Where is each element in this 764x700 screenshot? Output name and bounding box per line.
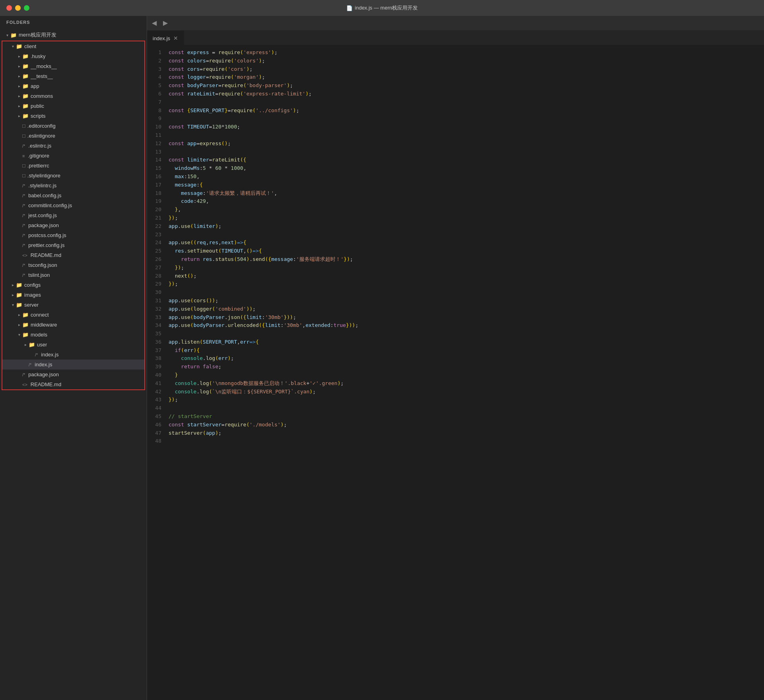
sidebar-item-server-index[interactable]: ▸ /* index.js: [2, 360, 144, 369]
sidebar-item-prettierconfig[interactable]: ▸ /* prettier.config.js: [2, 240, 144, 250]
sidebar-item-postcssconfig[interactable]: ▸ /* postcss.config.js: [2, 230, 144, 240]
sidebar-item-gitignore[interactable]: ▸ ≡ .gitignore: [2, 151, 144, 161]
sidebar-item-readme-client[interactable]: ▸ <> README.md: [2, 250, 144, 260]
file-prefix: /*: [22, 243, 25, 248]
sidebar-item-packagejson[interactable]: ▸ /* package.json: [2, 220, 144, 230]
sidebar-item-models-index[interactable]: ▸ /* index.js: [2, 350, 144, 360]
folder-label: images: [24, 292, 41, 298]
spacer: ▸: [16, 243, 22, 247]
chevron-right-icon: ▸: [16, 84, 22, 88]
chevron-right-icon: ▸: [10, 283, 16, 287]
main-layout: FOLDERS ▾ 📁 mern栈应用开发 ▾ 📁 client: [0, 16, 764, 700]
sidebar-item-stylelintrc[interactable]: ▸ /* .stylelintrc.js: [2, 181, 144, 191]
navigate-forward-button[interactable]: ▶: [161, 18, 170, 28]
chevron-right-icon: ▸: [16, 114, 22, 118]
chevron-down-icon: ▾: [4, 33, 10, 37]
highlighted-section: ▾ 📁 client ▸ 📁 .husky ▸ 📁 __mocks__: [2, 41, 145, 390]
spacer: ▸: [29, 352, 35, 357]
folder-label: __tests__: [31, 73, 53, 79]
sidebar-item-tslint[interactable]: ▸ /* tslint.json: [2, 270, 144, 280]
chevron-down-icon: ▾: [10, 44, 16, 49]
folder-icon: 📁: [10, 32, 17, 38]
sidebar-item-models[interactable]: ▾ 📁 models: [2, 330, 144, 340]
sidebar-item-connect[interactable]: ▸ 📁 connect: [2, 310, 144, 320]
tab-close-icon[interactable]: ✕: [173, 35, 178, 41]
file-icon: □: [22, 133, 25, 139]
folder-icon: 📁: [22, 312, 29, 318]
spacer: ▸: [16, 273, 22, 277]
navigate-back-button[interactable]: ◀: [149, 18, 159, 28]
folder-label: middleware: [31, 322, 57, 328]
minimize-button[interactable]: [15, 5, 21, 11]
file-label: .prettierrc: [27, 163, 49, 169]
sidebar-item-babelconfig[interactable]: ▸ /* babel.config.js: [2, 191, 144, 200]
file-icon: □: [22, 163, 25, 169]
sidebar-item-middleware[interactable]: ▸ 📁 middleware: [2, 320, 144, 330]
spacer: ▸: [16, 213, 22, 218]
sidebar-item-tsconfigjson[interactable]: ▸ /* tsconfig.json: [2, 260, 144, 270]
file-label: tslint.json: [28, 272, 50, 278]
file-icon: 📄: [346, 5, 353, 11]
spacer: ▸: [16, 144, 22, 148]
folder-icon: 📁: [16, 282, 22, 288]
folder-label: models: [31, 332, 47, 338]
chevron-down-icon: ▾: [10, 303, 16, 307]
spacer: ▸: [16, 124, 22, 128]
sidebar-item-husky[interactable]: ▸ 📁 .husky: [2, 51, 144, 61]
folder-icon: 📁: [22, 73, 29, 79]
code-editor[interactable]: 12345 678910 1112131415 1617181920 21222…: [147, 45, 764, 700]
sidebar-item-stylelintignore[interactable]: ▸ □ .stylelintignore: [2, 171, 144, 181]
sidebar-item-client[interactable]: ▾ 📁 client: [2, 41, 144, 51]
folder-label: server: [24, 302, 39, 308]
window-title: 📄 index.js — mern栈应用开发: [346, 4, 418, 12]
sidebar-item-scripts[interactable]: ▸ 📁 scripts: [2, 111, 144, 121]
folder-label: .husky: [31, 53, 46, 59]
chevron-right-icon: ▸: [10, 293, 16, 297]
file-prefix: /*: [29, 362, 31, 367]
file-prefix: /*: [22, 372, 25, 377]
sidebar-item-user[interactable]: ▸ 📁 user: [2, 340, 144, 350]
folder-label: __mocks__: [31, 63, 57, 69]
spacer: ▸: [16, 183, 22, 188]
sidebar-item-eslintignore[interactable]: ▸ □ .eslintignore: [2, 131, 144, 141]
sidebar-item-jestconfig[interactable]: ▸ /* jest.config.js: [2, 210, 144, 220]
folder-icon: 📁: [22, 63, 29, 69]
spacer: ▸: [16, 193, 22, 198]
spacer: ▸: [16, 223, 22, 228]
sidebar-item-root[interactable]: ▾ 📁 mern栈应用开发: [0, 29, 147, 41]
folder-icon: 📁: [22, 93, 29, 99]
folder-icon: 📁: [16, 302, 22, 308]
editor-area: ◀ ▶ index.js ✕ 12345 678910 1112131415 1…: [147, 16, 764, 700]
file-label: tsconfig.json: [28, 262, 57, 268]
file-label: .editorconfig: [27, 123, 56, 129]
sidebar-item-server[interactable]: ▾ 📁 server: [2, 300, 144, 310]
file-label: .stylelintignore: [27, 173, 60, 179]
folder-label: client: [24, 43, 36, 49]
sidebar-item-eslintrc[interactable]: ▸ /* .eslintrc.js: [2, 141, 144, 151]
folder-label: scripts: [31, 113, 46, 119]
maximize-button[interactable]: [24, 5, 29, 11]
file-prefix: /*: [22, 193, 25, 198]
sidebar-item-commitlint[interactable]: ▸ /* commitlint.config.js: [2, 200, 144, 210]
folder-icon: 📁: [22, 53, 29, 59]
sidebar-item-images[interactable]: ▸ 📁 images: [2, 290, 144, 300]
tab-index-js[interactable]: index.js ✕: [147, 31, 184, 45]
sidebar-item-prettierrc[interactable]: ▸ □ .prettierrc: [2, 161, 144, 171]
file-label: postcss.config.js: [28, 232, 66, 238]
sidebar-item-public[interactable]: ▸ 📁 public: [2, 101, 144, 111]
sidebar-item-configs[interactable]: ▸ 📁 configs: [2, 280, 144, 290]
tab-label: index.js: [153, 35, 170, 41]
close-button[interactable]: [6, 5, 12, 11]
sidebar-item-server-readme[interactable]: ▸ <> README.md: [2, 379, 144, 389]
sidebar-item-mocks[interactable]: ▸ 📁 __mocks__: [2, 61, 144, 71]
file-label: README.md: [31, 252, 61, 258]
sidebar-item-tests[interactable]: ▸ 📁 __tests__: [2, 71, 144, 81]
file-label: package.json: [28, 371, 59, 377]
sidebar-item-commons[interactable]: ▸ 📁 commons: [2, 91, 144, 101]
code-content[interactable]: const express = require('express'); cons…: [167, 45, 764, 700]
sidebar-item-editorconfig[interactable]: ▸ □ .editorconfig: [2, 121, 144, 131]
file-label: .eslintignore: [27, 133, 55, 139]
sidebar-item-app[interactable]: ▸ 📁 app: [2, 81, 144, 91]
file-label: commitlint.config.js: [28, 202, 72, 208]
sidebar-item-server-package[interactable]: ▸ /* package.json: [2, 369, 144, 379]
